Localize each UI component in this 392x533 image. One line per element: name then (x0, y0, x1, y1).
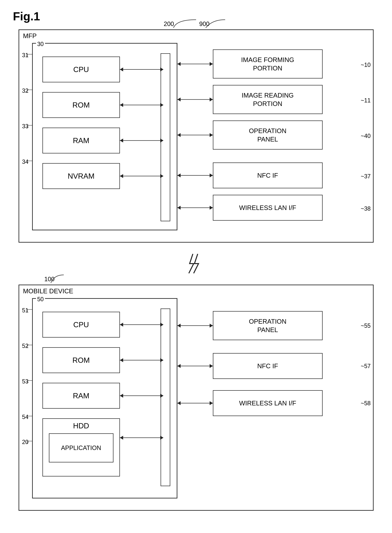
svg-marker-17 (177, 98, 181, 101)
ref-58: ~58 (361, 400, 371, 407)
svg-marker-49 (177, 324, 181, 328)
mfp-ref-arrow-svg (19, 18, 373, 31)
svg-marker-23 (177, 174, 181, 177)
svg-marker-51 (210, 364, 213, 368)
svg-marker-55 (177, 401, 181, 405)
page-root: Fig.1 200 900 MFP 30 CPU (13, 10, 379, 511)
svg-marker-19 (210, 133, 213, 137)
svg-marker-26 (177, 206, 181, 210)
ref-40: ~40 (361, 133, 371, 139)
mobile-diagram: 100 MOBILE DEVICE 50 CPU ROM (19, 285, 373, 511)
mfp-outer-box: MFP 30 CPU ROM RAM (19, 29, 373, 243)
svg-marker-52 (177, 364, 181, 368)
ref-37: ~37 (361, 173, 371, 180)
mfp-diagram: 200 900 MFP 30 CPU (19, 29, 373, 243)
mfp-right-arrows (19, 30, 374, 243)
svg-marker-16 (210, 98, 213, 101)
ref-57: ~57 (361, 363, 371, 370)
ref-10: ~10 (361, 61, 371, 68)
lightning-bolt (180, 252, 212, 275)
svg-marker-48 (210, 324, 213, 328)
svg-marker-54 (210, 401, 213, 405)
mobile-right-arrows (19, 285, 374, 511)
svg-marker-25 (210, 206, 213, 210)
svg-marker-20 (177, 133, 181, 137)
svg-marker-22 (210, 174, 213, 177)
ref-11: ~11 (361, 97, 371, 104)
svg-marker-14 (177, 62, 181, 66)
diagram-container: 200 900 MFP 30 CPU (13, 29, 379, 511)
svg-marker-13 (210, 62, 213, 66)
ref-55: ~55 (361, 322, 371, 329)
lightning-container (19, 252, 373, 275)
ref-38: ~38 (361, 205, 371, 212)
mobile-outer-box: MOBILE DEVICE 50 CPU ROM RAM (19, 285, 373, 511)
